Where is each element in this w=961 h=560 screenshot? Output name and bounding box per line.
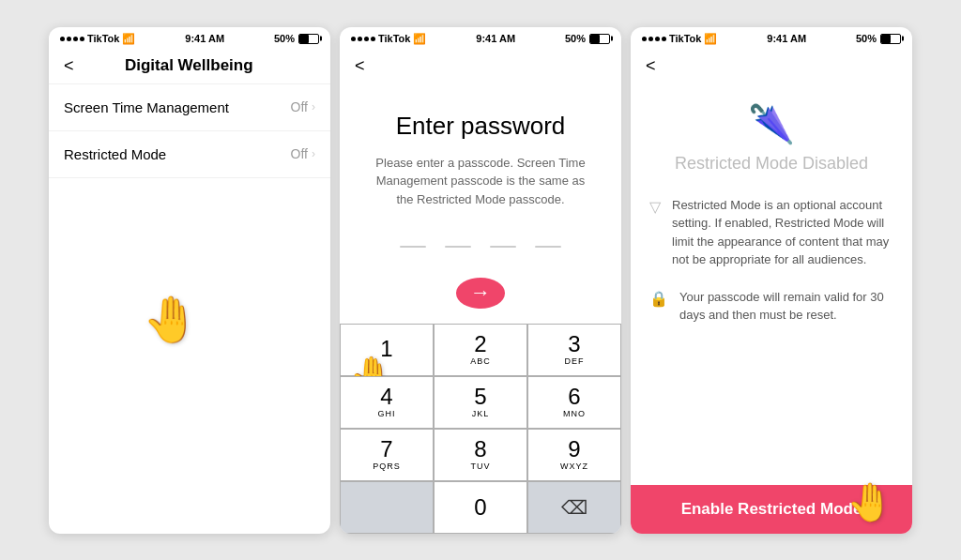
numpad-num-6: 6: [568, 386, 580, 408]
numpad-key-5[interactable]: 5 JKL: [434, 376, 527, 429]
numpad-key-6[interactable]: 6 MNO: [527, 376, 621, 429]
wifi-icon-3: 📶: [704, 33, 717, 45]
numpad-num-5: 5: [474, 386, 486, 408]
numpad-key-3[interactable]: 3 DEF: [527, 324, 621, 376]
numpad-num-4: 4: [380, 386, 392, 408]
signal-dot-9: [642, 37, 647, 41]
status-left-1: TikTok 📶: [60, 33, 135, 45]
signal-dot-10: [648, 37, 653, 41]
status-bar-3: TikTok 📶 9:41 AM 50%: [631, 27, 912, 49]
chevron-icon-1: ›: [312, 100, 315, 114]
numpad-key-1[interactable]: 1 🤚: [340, 324, 434, 376]
battery-icon-3: [880, 34, 901, 44]
restricted-mode-label: Restricted Mode: [64, 146, 166, 162]
status-dots-2: [351, 37, 375, 41]
numpad-key-8[interactable]: 8 TUV: [434, 429, 527, 481]
status-right-2: 50%: [565, 33, 610, 44]
app-name-1: TikTok: [87, 33, 119, 44]
app-name-2: TikTok: [378, 33, 410, 44]
numpad-key-4[interactable]: 4 GHI: [340, 376, 434, 429]
numpad-row-3: 7 PQRS 8 TUV 9 WXYZ: [340, 429, 621, 481]
status-time-1: 9:41 AM: [185, 33, 224, 44]
status-dots-3: [642, 37, 666, 41]
status-left-2: TikTok 📶: [351, 33, 426, 45]
numpad-letters-6: MNO: [563, 409, 586, 418]
numpad-num-3: 3: [568, 333, 580, 356]
numpad-key-delete[interactable]: ⌫: [527, 481, 621, 534]
screen-time-row[interactable]: Screen Time Management Off ›: [49, 84, 330, 131]
back-button-2[interactable]: <: [355, 56, 365, 76]
phone-screen-3: TikTok 📶 9:41 AM 50% < 🌂 Restricted Mode…: [631, 27, 912, 534]
signal-dot-11: [655, 37, 660, 41]
numpad-key-blank: [340, 481, 434, 534]
screen1-title: Digital Wellbeing: [85, 56, 293, 75]
status-time-3: 9:41 AM: [767, 33, 806, 44]
status-bar-2: TikTok 📶 9:41 AM 50%: [340, 27, 621, 49]
signal-dot-8: [371, 37, 375, 41]
enable-restricted-mode-button[interactable]: Enable Restricted Mode: [631, 485, 912, 534]
screen3-body: 🌂 Restricted Mode Disabled ▽ Restricted …: [631, 83, 912, 534]
info-row-2: 🔒 Your passcode will remain valid for 30…: [649, 288, 893, 325]
status-left-3: TikTok 📶: [642, 33, 717, 45]
numpad-key-2[interactable]: 2 ABC: [434, 324, 527, 376]
signal-dot-1: [60, 37, 65, 41]
numpad-letters-2: ABC: [470, 356, 491, 366]
numpad-num-8: 8: [474, 438, 486, 461]
signal-dot-4: [80, 37, 84, 41]
next-button[interactable]: →: [456, 278, 505, 309]
enter-password-desc: Please enter a passcode. Screen Time Man…: [340, 154, 621, 209]
phone-screen-1: TikTok 📶 9:41 AM 50% < Digital Wellbeing…: [49, 27, 330, 534]
status-right-3: 50%: [856, 33, 901, 44]
screen-time-value: Off: [291, 99, 308, 114]
filter-icon: ▽: [649, 198, 661, 216]
back-button-1[interactable]: <: [64, 56, 74, 76]
passcode-dash-3: [490, 246, 516, 248]
passcode-dash-2: [445, 246, 471, 248]
wifi-icon-1: 📶: [122, 33, 135, 45]
screen-time-label: Screen Time Management: [64, 99, 229, 115]
numpad-key-9[interactable]: 9 WXYZ: [527, 429, 621, 481]
battery-fill-2: [590, 35, 600, 43]
battery-icon-2: [589, 34, 610, 44]
restricted-mode-title: Restricted Mode Disabled: [675, 154, 868, 174]
numpad-letters-4: GHI: [377, 409, 395, 418]
info-text-2: Your passcode will remain valid for 30 d…: [679, 288, 893, 325]
wifi-icon-2: 📶: [413, 33, 426, 45]
status-bar-1: TikTok 📶 9:41 AM 50%: [49, 27, 330, 49]
numpad-num-9: 9: [568, 438, 580, 461]
numpad-row-4: 0 ⌫: [340, 481, 621, 534]
numpad-num-2: 2: [474, 333, 486, 356]
signal-dot-6: [358, 37, 362, 41]
restricted-mode-row[interactable]: Restricted Mode Off ›: [49, 131, 330, 178]
numpad-row-1: 1 🤚 2 ABC 3 DEF: [340, 324, 621, 376]
delete-icon: ⌫: [561, 496, 587, 519]
screen1-nav: < Digital Wellbeing: [49, 49, 330, 84]
signal-dot-12: [662, 37, 666, 41]
numpad-key-0[interactable]: 0: [434, 481, 527, 534]
numpad-num-0: 0: [474, 496, 486, 519]
signal-dot-2: [67, 37, 71, 41]
screenshots-container: TikTok 📶 9:41 AM 50% < Digital Wellbeing…: [30, 0, 931, 560]
screen2-nav: <: [340, 49, 621, 83]
signal-dot-7: [364, 37, 369, 41]
enter-password-title: Enter password: [396, 112, 566, 141]
battery-fill-1: [299, 35, 309, 43]
hand-cursor-1: 🤚: [143, 294, 199, 346]
battery-fill-3: [881, 35, 891, 43]
lock-icon: 🔒: [649, 290, 668, 308]
screen-time-right: Off ›: [291, 99, 315, 114]
numpad-letters-9: WXYZ: [560, 462, 588, 471]
screen2-body: Enter password Please enter a passcode. …: [340, 83, 621, 534]
phone-screen-2: TikTok 📶 9:41 AM 50% < Enter password Pl…: [340, 27, 621, 534]
numpad-letters-8: TUV: [471, 462, 491, 471]
info-row-1: ▽ Restricted Mode is an optional account…: [649, 196, 893, 269]
numpad-key-7[interactable]: 7 PQRS: [340, 429, 434, 481]
info-text-1: Restricted Mode is an optional account s…: [672, 196, 893, 269]
numpad: 1 🤚 2 ABC 3 DEF 4: [340, 324, 621, 534]
numpad-letters-5: JKL: [472, 409, 490, 418]
back-button-3[interactable]: <: [646, 56, 656, 76]
status-right-1: 50%: [274, 33, 319, 44]
numpad-letters-3: DEF: [565, 356, 585, 366]
signal-dot-3: [73, 37, 78, 41]
numpad-num-1: 1: [380, 338, 392, 360]
